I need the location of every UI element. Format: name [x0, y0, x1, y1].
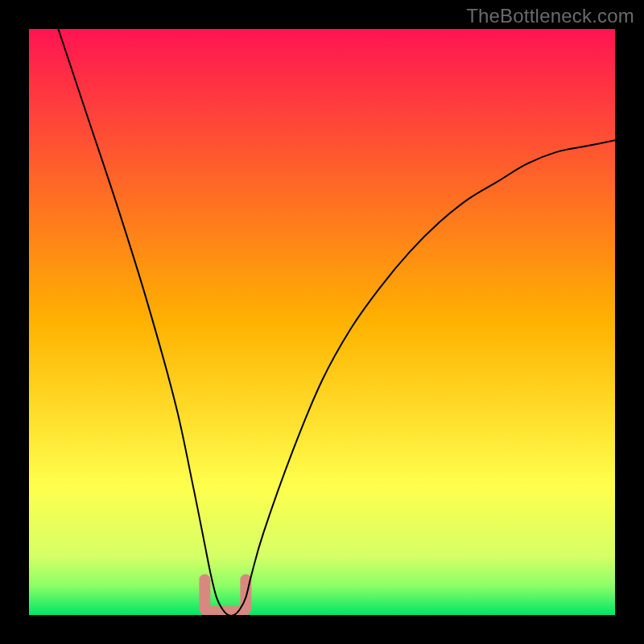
- chart-frame: TheBottleneck.com: [0, 0, 644, 644]
- plot-area: [29, 29, 615, 615]
- watermark-text: TheBottleneck.com: [466, 5, 634, 27]
- bottleneck-chart: [29, 29, 615, 615]
- gradient-background: [29, 29, 615, 615]
